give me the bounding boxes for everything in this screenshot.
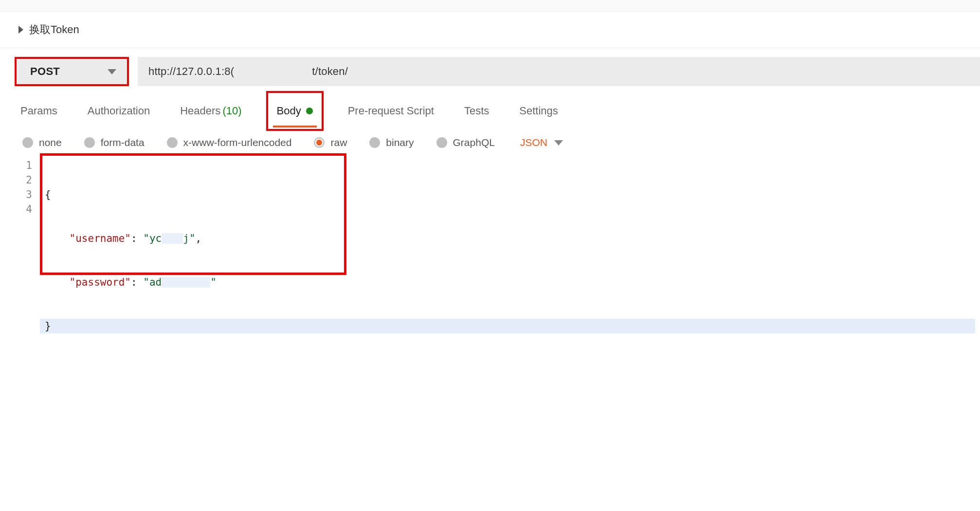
code-line: "password": "ad" bbox=[45, 275, 980, 290]
body-mode-none[interactable]: none bbox=[22, 137, 62, 148]
body-language-label: JSON bbox=[520, 137, 547, 148]
collapse-arrow-icon bbox=[18, 26, 23, 34]
body-language-select[interactable]: JSON bbox=[520, 137, 563, 148]
tab-body[interactable]: Body bbox=[275, 95, 315, 127]
tab-prerequest-label: Pre-request Script bbox=[348, 105, 434, 117]
body-mode-form-data[interactable]: form-data bbox=[84, 137, 145, 148]
tab-settings[interactable]: Settings bbox=[517, 95, 560, 127]
value-username-prefix: "yc bbox=[143, 233, 162, 244]
radio-icon bbox=[167, 137, 178, 148]
body-mode-raw[interactable]: raw bbox=[314, 137, 347, 148]
radio-icon bbox=[369, 137, 380, 148]
request-name-row[interactable]: 换取Token bbox=[0, 12, 980, 48]
url-suffix: t/token/ bbox=[312, 65, 348, 78]
code-line: { bbox=[45, 187, 980, 202]
key-password: "password" bbox=[70, 276, 131, 288]
body-mode-binary[interactable]: binary bbox=[369, 137, 414, 148]
tab-headers-count: (10) bbox=[222, 105, 241, 117]
code-line-highlighted: } bbox=[40, 319, 975, 333]
method-url-row: POST http://127.0.0.1:8( t/token/ bbox=[0, 48, 980, 95]
key-username: "username" bbox=[70, 233, 131, 244]
masked-segment bbox=[162, 277, 210, 288]
body-mode-form-data-label: form-data bbox=[101, 137, 145, 148]
url-input[interactable]: http://127.0.0.1:8( t/token/ bbox=[138, 57, 980, 86]
code-line: "username": "ycj", bbox=[45, 231, 980, 246]
tab-tests[interactable]: Tests bbox=[462, 95, 491, 127]
url-prefix: http://127.0.0.1:8( bbox=[148, 65, 234, 78]
body-mode-binary-label: binary bbox=[386, 137, 414, 148]
radio-icon bbox=[84, 137, 95, 148]
tab-settings-label: Settings bbox=[519, 105, 558, 117]
tab-authorization-label: Authorization bbox=[88, 105, 150, 117]
body-editor[interactable]: 1 2 3 4 { "username": "ycj", "password":… bbox=[7, 158, 980, 363]
tab-prerequest[interactable]: Pre-request Script bbox=[346, 95, 436, 127]
tab-body-label: Body bbox=[277, 105, 301, 117]
value-username-suffix: j" bbox=[183, 233, 195, 244]
gutter-line: 2 bbox=[7, 173, 32, 187]
radio-icon bbox=[436, 137, 447, 148]
body-mode-graphql[interactable]: GraphQL bbox=[436, 137, 495, 148]
chevron-down-icon bbox=[554, 140, 563, 146]
brace-open: { bbox=[45, 189, 51, 201]
tab-body-wrapper: Body bbox=[266, 95, 324, 127]
code-area[interactable]: { "username": "ycj", "password": "ad" } bbox=[45, 158, 980, 363]
body-mode-xwww[interactable]: x-www-form-urlencoded bbox=[167, 137, 292, 148]
body-mode-xwww-label: x-www-form-urlencoded bbox=[183, 137, 292, 148]
body-mode-row: none form-data x-www-form-urlencoded raw… bbox=[0, 127, 980, 154]
request-name: 换取Token bbox=[29, 22, 79, 37]
body-mode-graphql-label: GraphQL bbox=[453, 137, 495, 148]
tab-headers[interactable]: Headers (10) bbox=[178, 95, 243, 127]
value-password-suffix: " bbox=[210, 276, 217, 288]
masked-segment bbox=[162, 233, 183, 244]
gutter-line: 1 bbox=[7, 158, 32, 173]
tab-headers-label: Headers bbox=[180, 105, 220, 117]
body-mode-raw-label: raw bbox=[330, 137, 347, 148]
tab-params-label: Params bbox=[20, 105, 57, 117]
tabs-strip-placeholder bbox=[0, 0, 980, 12]
chevron-down-icon bbox=[108, 69, 116, 74]
tab-params[interactable]: Params bbox=[18, 95, 59, 127]
line-gutter: 1 2 3 4 bbox=[7, 158, 40, 217]
radio-icon bbox=[22, 137, 33, 148]
tab-authorization[interactable]: Authorization bbox=[86, 95, 152, 127]
radio-selected-icon bbox=[314, 137, 325, 148]
http-method-select[interactable]: POST bbox=[15, 57, 129, 86]
gutter-line: 3 bbox=[7, 187, 32, 202]
gutter-line: 4 bbox=[7, 202, 32, 217]
body-mode-none-label: none bbox=[39, 137, 62, 148]
request-tabs: Params Authorization Headers (10) Body P… bbox=[0, 95, 980, 127]
tab-tests-label: Tests bbox=[464, 105, 489, 117]
value-password-prefix: "ad bbox=[143, 276, 162, 288]
http-method-value: POST bbox=[30, 65, 60, 78]
body-dirty-dot-icon bbox=[306, 108, 313, 114]
brace-close: } bbox=[45, 320, 51, 332]
